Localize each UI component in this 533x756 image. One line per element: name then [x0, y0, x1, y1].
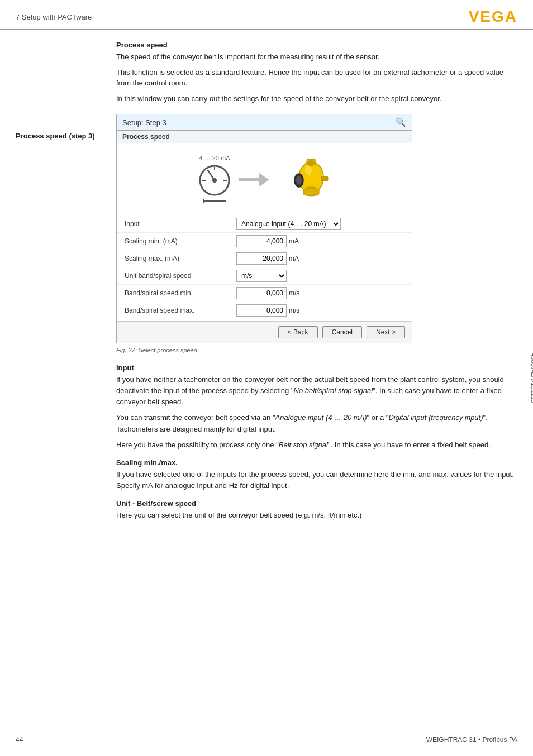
field-control-speed-min: m/s [236, 287, 404, 299]
dialog-buttons: < Back Cancel Next > [117, 321, 412, 343]
dialog-title: Setup: Step 3 [122, 118, 166, 127]
help-icon[interactable]: 🔍 [396, 117, 406, 127]
field-row-speed-max: Band/spiral speed max. m/s [117, 302, 412, 319]
freq-label: 4 … 20 mA [199, 155, 230, 161]
speed-max-unit: m/s [289, 307, 304, 314]
next-button[interactable]: Next > [367, 326, 405, 338]
field-control-input: Analogue input (4 … 20 mA) Digital input… [236, 218, 404, 230]
diagram-inner: 4 … 20 mA [198, 152, 331, 207]
vega-logo: VEGA [469, 8, 517, 26]
input-section-title: Input [116, 363, 517, 372]
scaling-max-unit: mA [289, 255, 304, 262]
field-row-unit: Unit band/spiral speed m/s ft/min m/min [117, 267, 412, 285]
setup-dialog: Setup: Step 3 🔍 Process speed 4 … 20 mA [116, 114, 412, 343]
page-footer: 44 WEIGHTRAC 31 • Profibus PA [16, 736, 517, 744]
tachometer-svg [198, 164, 231, 197]
svg-point-15 [296, 176, 302, 185]
field-row-scaling-min: Scaling min. (mA) mA [117, 233, 412, 250]
field-control-scaling-min: mA [236, 235, 404, 247]
field-label-input: Input [125, 220, 236, 228]
dialog-titlebar: Setup: Step 3 🔍 [117, 114, 412, 131]
right-column: Process speed The speed of the conveyor … [111, 36, 517, 525]
left-section-label: Process speed (step 3) [16, 132, 95, 140]
scaling-para1: If you have selected one of the inputs f… [116, 469, 517, 491]
field-label-speed-max: Band/spiral speed max. [125, 307, 236, 314]
unit-para1: Here you can select the unit of the conv… [116, 510, 517, 521]
intro-para2: This function is selected as a standard … [116, 67, 517, 89]
field-label-scaling-min: Scaling min. (mA) [125, 237, 236, 245]
arrow-svg [239, 172, 270, 188]
svg-rect-13 [303, 189, 319, 195]
fig-caption: Fig. 27: Select process speed [116, 347, 517, 353]
speed-max-input[interactable] [236, 304, 287, 317]
scaling-max-input[interactable] [236, 252, 287, 265]
unit-section-title: Unit - Belt/screw speed [116, 499, 517, 508]
side-text: 43837-EN-131119 [530, 353, 533, 403]
unit-select[interactable]: m/s ft/min m/min [236, 270, 287, 282]
sensor-svg [278, 152, 331, 205]
svg-rect-17 [321, 176, 328, 181]
tachometer-area: 4 … 20 mA [198, 155, 231, 205]
speed-min-input[interactable] [236, 287, 287, 299]
product-name: WEIGHTRAC 31 • Profibus PA [426, 736, 517, 744]
process-speed-title: Process speed [116, 41, 517, 49]
tach-icon [198, 164, 231, 197]
page-header: 7 Setup with PACTware VEGA [0, 0, 533, 30]
field-label-scaling-max: Scaling max. (mA) [125, 255, 236, 262]
field-row-speed-min: Band/spiral speed min. m/s [117, 285, 412, 302]
svg-rect-8 [239, 178, 260, 181]
field-label-speed-min: Band/spiral speed min. [125, 289, 236, 297]
field-row-scaling-max: Scaling max. (mA) mA [117, 250, 412, 267]
signal-line-svg [201, 197, 229, 205]
input-para1: If you have neither a tachometer on the … [116, 374, 517, 408]
input-select[interactable]: Analogue input (4 … 20 mA) Digital input… [236, 218, 341, 230]
input-para3: Here you have the possibility to process… [116, 439, 517, 451]
scaling-section-title: Scaling min./max. [116, 458, 517, 467]
left-column: Process speed (step 3) [16, 36, 111, 525]
speed-min-unit: m/s [289, 289, 304, 297]
page-number: 44 [16, 736, 23, 744]
input-para2: You can transmit the conveyor belt speed… [116, 412, 517, 434]
cancel-button[interactable]: Cancel [322, 326, 362, 338]
dialog-section-label: Process speed [117, 131, 412, 143]
dialog-diagram: 4 … 20 mA [117, 143, 412, 213]
back-button[interactable]: < Back [278, 326, 318, 338]
section-label: 7 Setup with PACTware [16, 13, 92, 21]
main-content: Process speed (step 3) Process speed The… [0, 36, 533, 525]
arrow-area [239, 172, 270, 188]
scaling-min-input[interactable] [236, 235, 287, 247]
scaling-min-unit: mA [289, 237, 304, 245]
svg-marker-9 [259, 173, 269, 186]
intro-para1: The speed of the conveyor belt is import… [116, 51, 517, 63]
field-control-speed-max: m/s [236, 304, 404, 317]
sensor-image [278, 152, 331, 207]
field-row-input: Input Analogue input (4 … 20 mA) Digital… [117, 216, 412, 233]
dialog-fields: Input Analogue input (4 … 20 mA) Digital… [117, 213, 412, 321]
step3-intro: In this window you can carry out the set… [116, 93, 517, 104]
field-label-unit: Unit band/spiral speed [125, 272, 236, 280]
svg-point-18 [305, 165, 312, 175]
field-control-unit: m/s ft/min m/min [236, 270, 404, 282]
field-control-scaling-max: mA [236, 252, 404, 265]
